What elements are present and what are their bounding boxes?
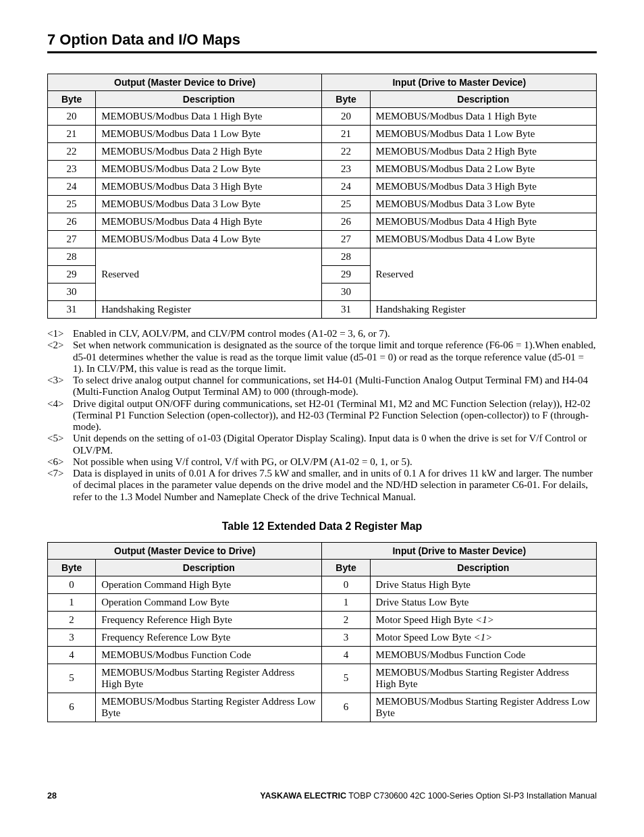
table-row: 23MEMOBUS/Modbus Data 2 Low Byte23MEMOBU… (48, 161, 597, 178)
cell-byte: 24 (322, 178, 370, 196)
footnote-text: Data is displayed in units of 0.01 A for… (73, 468, 597, 503)
heading-rule (47, 51, 597, 53)
cell-byte: 29 (48, 266, 96, 284)
table-row: 27MEMOBUS/Modbus Data 4 Low Byte27MEMOBU… (48, 231, 597, 248)
cell-desc: MEMOBUS/Modbus Data 1 Low Byte (370, 126, 596, 143)
footnote: <5>Unit depends on the setting of o1-03 … (47, 433, 597, 456)
footnote-tag: <6> (47, 456, 73, 468)
table-row: 3Frequency Reference Low Byte3Motor Spee… (48, 628, 597, 646)
footnote-text: To select drive analog output channel fo… (73, 375, 597, 398)
cell-byte: 0 (48, 576, 96, 593)
cell-desc: MEMOBUS/Modbus Data 3 High Byte (96, 178, 322, 196)
cell-desc: Frequency Reference High Byte (96, 611, 322, 628)
table-row: 25MEMOBUS/Modbus Data 3 Low Byte25MEMOBU… (48, 196, 597, 213)
footnote: <3>To select drive analog output channel… (47, 375, 597, 398)
footnote-text: Enabled in CLV, AOLV/PM, and CLV/PM cont… (73, 328, 597, 340)
footnote: <1>Enabled in CLV, AOLV/PM, and CLV/PM c… (47, 328, 597, 340)
th-byte: Byte (322, 559, 370, 576)
cell-byte: 23 (322, 161, 370, 178)
cell-desc: Drive Status High Byte (370, 576, 596, 593)
cell-byte: 20 (322, 108, 370, 126)
cell-byte: 21 (48, 126, 96, 143)
cell-desc: MEMOBUS/Modbus Data 2 Low Byte (96, 161, 322, 178)
cell-desc: Handshaking Register (370, 301, 596, 319)
footnote-tag: <3> (47, 375, 73, 398)
cell-desc: Operation Command Low Byte (96, 593, 322, 611)
table-row: 20MEMOBUS/Modbus Data 1 High Byte20MEMOB… (48, 108, 597, 126)
cell-byte: 20 (48, 108, 96, 126)
cell-byte: 27 (48, 231, 96, 248)
cell-byte: 26 (322, 213, 370, 231)
cell-desc: MEMOBUS/Modbus Starting Register Address… (370, 693, 596, 722)
th-desc: Description (370, 91, 596, 108)
cell-byte: 31 (322, 301, 370, 319)
cell-desc: Operation Command High Byte (96, 576, 322, 593)
page-number: 28 (47, 791, 57, 801)
cell-byte: 28 (48, 248, 96, 266)
cell-desc: MEMOBUS/Modbus Data 3 Low Byte (96, 196, 322, 213)
th-output-group: Output (Master Device to Drive) (48, 542, 322, 559)
th-output-group: Output (Master Device to Drive) (48, 74, 322, 91)
table-row: 22MEMOBUS/Modbus Data 2 High Byte22MEMOB… (48, 143, 597, 161)
section-heading: 7 Option Data and I/O Maps (47, 31, 597, 49)
cell-byte: 29 (322, 266, 370, 284)
footnote-tag: <2> (47, 340, 73, 375)
cell-byte: 4 (48, 646, 96, 664)
cell-desc: Handshaking Register (96, 301, 322, 319)
cell-byte: 26 (48, 213, 96, 231)
footnote-text: Set when network communication is design… (73, 340, 597, 375)
cell-byte: 2 (322, 611, 370, 628)
cell-byte: 22 (322, 143, 370, 161)
cell-byte: 23 (48, 161, 96, 178)
cell-byte: 25 (322, 196, 370, 213)
cell-byte: 5 (48, 664, 96, 693)
table-row: 21MEMOBUS/Modbus Data 1 Low Byte21MEMOBU… (48, 126, 597, 143)
cell-byte: 4 (322, 646, 370, 664)
footnote: <6>Not possible when using V/f control, … (47, 456, 597, 468)
cell-byte: 1 (48, 593, 96, 611)
footnote-text: Unit depends on the setting of o1-03 (Di… (73, 433, 597, 456)
cell-desc: MEMOBUS/Modbus Data 2 High Byte (96, 143, 322, 161)
table-row: 2Frequency Reference High Byte2Motor Spe… (48, 611, 597, 628)
cell-desc: Drive Status Low Byte (370, 593, 596, 611)
footnote-text: Not possible when using V/f control, V/f… (73, 456, 597, 468)
table-row: 26MEMOBUS/Modbus Data 4 High Byte26MEMOB… (48, 213, 597, 231)
cell-byte: 30 (48, 284, 96, 301)
cell-desc: MEMOBUS/Modbus Starting Register Address… (370, 664, 596, 693)
brand-name: YASKAWA ELECTRIC (260, 791, 346, 801)
table-row: Output (Master Device to Drive) Input (D… (48, 542, 597, 559)
th-byte: Byte (48, 559, 96, 576)
publication-info: YASKAWA ELECTRIC TOBP C730600 42C 1000-S… (260, 791, 597, 801)
table-row: Byte Description Byte Description (48, 91, 597, 108)
page-footer: 28 YASKAWA ELECTRIC TOBP C730600 42C 100… (47, 791, 597, 801)
cell-byte: 2 (48, 611, 96, 628)
th-desc: Description (96, 559, 322, 576)
table-row: 28Reserved28Reserved (48, 248, 597, 266)
cell-byte: 22 (48, 143, 96, 161)
cell-desc: MEMOBUS/Modbus Data 2 Low Byte (370, 161, 596, 178)
cell-desc: MEMOBUS/Modbus Function Code (96, 646, 322, 664)
cell-byte: 6 (322, 693, 370, 722)
table-extended-data-2: Output (Master Device to Drive) Input (D… (47, 542, 597, 722)
table-row: 1Operation Command Low Byte1Drive Status… (48, 593, 597, 611)
cell-desc: Reserved (370, 248, 596, 301)
cell-byte: 25 (48, 196, 96, 213)
cell-desc: MEMOBUS/Modbus Data 1 High Byte (370, 108, 596, 126)
footnote-tag: <1> (47, 328, 73, 340)
cell-desc: MEMOBUS/Modbus Starting Register Address… (96, 693, 322, 722)
footnote-tag: <7> (47, 468, 73, 503)
cell-byte: 0 (322, 576, 370, 593)
cell-byte: 31 (48, 301, 96, 319)
table-row: 0Operation Command High Byte0Drive Statu… (48, 576, 597, 593)
cell-byte: 30 (322, 284, 370, 301)
ref-marker: <1> (475, 614, 494, 625)
th-desc: Description (96, 91, 322, 108)
cell-byte: 21 (322, 126, 370, 143)
table-io-map-continued: Output (Master Device to Drive) Input (D… (47, 74, 597, 319)
cell-desc: MEMOBUS/Modbus Data 4 High Byte (96, 213, 322, 231)
footnote: <7>Data is displayed in units of 0.01 A … (47, 468, 597, 503)
manual-title: TOBP C730600 42C 1000-Series Option SI-P… (346, 791, 597, 801)
table-row: 24MEMOBUS/Modbus Data 3 High Byte24MEMOB… (48, 178, 597, 196)
table-row: Byte Description Byte Description (48, 559, 597, 576)
ref-marker: <1> (474, 632, 493, 643)
